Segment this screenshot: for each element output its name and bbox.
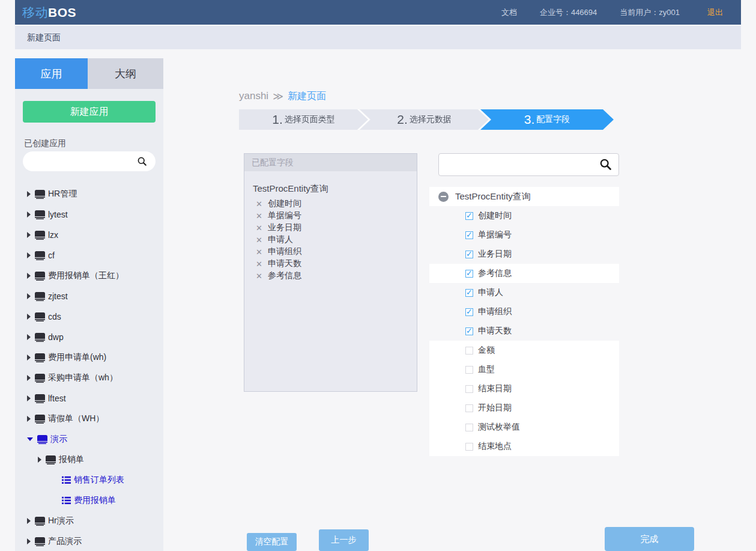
sidebar-item[interactable]: 请假单（WH） bbox=[15, 409, 163, 429]
logout-link[interactable]: 退出 bbox=[707, 7, 723, 18]
docs-link[interactable]: 文档 bbox=[501, 7, 517, 18]
sidebar-item[interactable]: 费用报销单（王红） bbox=[15, 266, 163, 286]
expand-icon[interactable] bbox=[27, 232, 31, 238]
sidebar-item[interactable]: cf bbox=[15, 245, 163, 266]
new-app-button[interactable]: 新建应用 bbox=[23, 101, 156, 123]
expand-icon[interactable] bbox=[27, 538, 31, 544]
expand-icon[interactable] bbox=[27, 518, 31, 524]
sidebar-item[interactable]: cds bbox=[15, 306, 163, 327]
checkbox-unchecked[interactable] bbox=[465, 424, 473, 431]
sidebar-search-input[interactable] bbox=[23, 151, 156, 171]
sidebar-item[interactable]: 费用申请单(wh) bbox=[15, 347, 163, 368]
checkbox-checked[interactable]: ✓ bbox=[465, 251, 473, 258]
expand-icon[interactable] bbox=[27, 212, 31, 218]
sidebar-item[interactable]: lzx bbox=[15, 225, 163, 245]
remove-field-icon[interactable]: ✕ bbox=[256, 236, 262, 245]
previous-step-button[interactable]: 上一步 bbox=[319, 529, 369, 551]
field-tree-node[interactable]: 开始日期 bbox=[429, 398, 619, 418]
expand-icon[interactable] bbox=[27, 395, 31, 401]
expand-icon[interactable] bbox=[27, 375, 31, 381]
step-3-configure-fields[interactable]: 3. 配置字段 bbox=[480, 109, 614, 130]
search-icon[interactable] bbox=[137, 156, 147, 169]
expand-icon[interactable] bbox=[38, 457, 41, 463]
checkbox-unchecked[interactable] bbox=[465, 443, 473, 451]
checkbox-checked[interactable]: ✓ bbox=[465, 289, 473, 297]
app-icon bbox=[35, 190, 45, 199]
sidebar-item[interactable]: zjtest bbox=[15, 286, 163, 306]
configured-field-label: 申请天数 bbox=[268, 258, 301, 269]
expand-icon[interactable] bbox=[27, 334, 31, 340]
sidebar-item-label: zjtest bbox=[48, 291, 68, 301]
field-tree-node[interactable]: ✓单据编号 bbox=[429, 225, 619, 245]
expand-icon[interactable] bbox=[27, 355, 31, 361]
finish-button[interactable]: 完成 bbox=[605, 527, 694, 551]
sidebar-item[interactable]: lftest bbox=[15, 388, 163, 409]
checkbox-checked[interactable]: ✓ bbox=[465, 270, 473, 278]
remove-field-icon[interactable]: ✕ bbox=[256, 272, 262, 281]
expand-icon[interactable] bbox=[27, 191, 31, 197]
field-search-input[interactable] bbox=[438, 153, 619, 176]
field-tree-node[interactable]: 血型 bbox=[429, 360, 619, 379]
sidebar-item[interactable]: dwp bbox=[15, 327, 163, 347]
sidebar-item[interactable]: lytest bbox=[15, 204, 163, 225]
sidebar-item-label: 请假单（WH） bbox=[48, 413, 104, 424]
search-icon[interactable] bbox=[599, 158, 612, 173]
field-tree-node[interactable]: ✓业务日期 bbox=[429, 245, 619, 264]
field-picker: TestProcEntity查询 ✓创建时间✓单据编号✓业务日期✓参考信息✓申请… bbox=[429, 153, 619, 456]
sidebar-item[interactable]: 费用报销单 bbox=[15, 490, 163, 511]
remove-field-icon[interactable]: ✕ bbox=[256, 224, 262, 233]
field-tree-node[interactable]: 结束地点 bbox=[429, 437, 619, 456]
checkbox-checked[interactable]: ✓ bbox=[465, 327, 473, 335]
sidebar-item[interactable]: HR管理 bbox=[15, 184, 163, 204]
remove-field-icon[interactable]: ✕ bbox=[256, 260, 262, 269]
sidebar-item[interactable]: 演示 bbox=[15, 429, 163, 449]
sidebar-item[interactable]: 销售订单列表 bbox=[15, 470, 163, 490]
field-tree-node[interactable]: ✓申请组织 bbox=[429, 302, 619, 321]
field-tree-node[interactable]: 金额 bbox=[429, 341, 619, 360]
sidebar-item-label: Hr演示 bbox=[48, 516, 74, 526]
checkbox-checked[interactable]: ✓ bbox=[465, 231, 473, 239]
field-tree-node[interactable]: ✓申请天数 bbox=[429, 321, 619, 341]
checkbox-checked[interactable]: ✓ bbox=[465, 212, 473, 220]
field-tree-node[interactable]: 测试枚举值 bbox=[429, 418, 619, 437]
configured-fields-header: 已配置字段 bbox=[244, 154, 417, 171]
step-1-page-type[interactable]: 1. 选择页面类型 bbox=[239, 109, 368, 130]
sidebar-item-label: 报销单 bbox=[59, 454, 84, 465]
expand-icon[interactable] bbox=[27, 416, 31, 422]
field-search bbox=[438, 153, 619, 176]
sidebar-item[interactable]: 报销单 bbox=[15, 449, 163, 470]
expand-icon[interactable] bbox=[27, 252, 31, 258]
remove-field-icon[interactable]: ✕ bbox=[256, 199, 262, 209]
remove-field-icon[interactable]: ✕ bbox=[256, 248, 262, 257]
field-tree-node[interactable]: 结束日期 bbox=[429, 379, 619, 398]
field-tree-node[interactable]: ✓参考信息 bbox=[429, 264, 619, 283]
collapse-icon[interactable] bbox=[27, 437, 33, 441]
sidebar-item[interactable]: Hr演示 bbox=[15, 511, 163, 531]
field-node-label: 申请组织 bbox=[478, 306, 512, 317]
checkbox-unchecked[interactable] bbox=[465, 347, 473, 355]
breadcrumb-current[interactable]: 新建页面 bbox=[288, 90, 326, 103]
remove-field-icon[interactable]: ✕ bbox=[256, 212, 262, 221]
checkbox-unchecked[interactable] bbox=[465, 385, 473, 393]
sidebar-item[interactable]: 采购申请单（wh） bbox=[15, 368, 163, 388]
tab-outline[interactable]: 大纲 bbox=[88, 58, 163, 89]
checkbox-checked[interactable]: ✓ bbox=[465, 308, 473, 316]
checkbox-unchecked[interactable] bbox=[465, 404, 473, 412]
clear-config-button[interactable]: 清空配置 bbox=[247, 533, 297, 551]
field-tree-node[interactable]: ✓申请人 bbox=[429, 283, 619, 302]
sidebar-item-label: dwp bbox=[48, 332, 64, 342]
field-node-label: 金额 bbox=[478, 345, 495, 356]
field-tree-root[interactable]: TestProcEntity查询 bbox=[429, 187, 619, 206]
expand-icon[interactable] bbox=[27, 273, 31, 279]
collapse-minus-icon[interactable] bbox=[438, 192, 449, 202]
logo-cn: 移动 bbox=[22, 5, 48, 19]
expand-icon[interactable] bbox=[27, 293, 31, 299]
tab-apps[interactable]: 应用 bbox=[15, 58, 88, 89]
checkbox-unchecked[interactable] bbox=[465, 366, 473, 374]
page-title-bar: 新建页面 bbox=[15, 26, 741, 49]
field-tree-node[interactable]: ✓创建时间 bbox=[429, 206, 619, 225]
sidebar-item[interactable]: 产品演示 bbox=[15, 531, 163, 551]
expand-icon[interactable] bbox=[27, 314, 31, 320]
step-2-metadata[interactable]: 2. 选择元数据 bbox=[360, 109, 489, 130]
configured-field-row: ✕申请人 bbox=[252, 234, 417, 246]
